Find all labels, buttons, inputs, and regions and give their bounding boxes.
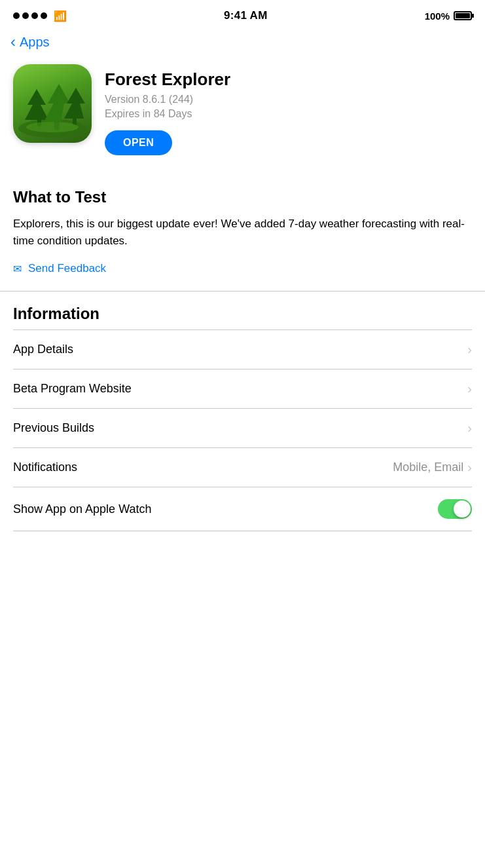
what-to-test-section: What to Test Explorers, this is our bigg… <box>0 175 485 275</box>
app-details-item[interactable]: App Details › <box>13 330 472 369</box>
notifications-chevron-icon: › <box>467 460 472 475</box>
status-time: 9:41 AM <box>224 9 268 22</box>
nav-bar: ‹ Apps <box>0 29 485 58</box>
battery-icon <box>454 11 472 20</box>
beta-program-label: Beta Program Website <box>13 382 132 396</box>
app-version: Version 8.6.1 (244) <box>105 94 472 105</box>
signal-dots <box>13 12 47 19</box>
signal-dot-1 <box>13 12 20 19</box>
app-expires: Expires in 84 Days <box>105 108 472 120</box>
notifications-value: Mobile, Email <box>393 461 463 474</box>
information-section: Information <box>0 292 485 330</box>
previous-builds-item[interactable]: Previous Builds › <box>13 409 472 447</box>
open-button[interactable]: OPEN <box>105 130 172 155</box>
app-icon-container <box>13 64 92 143</box>
divider-apple-watch-bottom <box>13 531 472 531</box>
back-button[interactable]: ‹ Apps <box>10 34 50 50</box>
wifi-icon: 📶 <box>54 10 67 22</box>
signal-dot-3 <box>31 12 38 19</box>
signal-dot-2 <box>22 12 29 19</box>
app-details-label: App Details <box>13 343 73 356</box>
apple-watch-toggle[interactable] <box>438 499 472 519</box>
send-feedback-label: Send Feedback <box>28 262 106 275</box>
email-icon: ✉ <box>13 263 22 275</box>
previous-builds-right: › <box>467 421 472 436</box>
svg-marker-5 <box>64 88 85 119</box>
app-icon <box>13 64 92 143</box>
apple-watch-label: Show App on Apple Watch <box>13 502 151 516</box>
information-title: Information <box>13 305 472 323</box>
status-right: 100% <box>425 10 472 22</box>
status-bar: 📶 9:41 AM 100% <box>0 0 485 29</box>
app-details-right: › <box>467 342 472 357</box>
notifications-right: Mobile, Email › <box>393 460 472 475</box>
signal-dot-4 <box>41 12 47 19</box>
what-to-test-title: What to Test <box>13 188 472 206</box>
what-to-test-body: Explorers, this is our biggest update ev… <box>13 216 472 249</box>
notifications-label: Notifications <box>13 461 77 474</box>
svg-point-7 <box>26 122 79 132</box>
app-info: Forest Explorer Version 8.6.1 (244) Expi… <box>105 64 472 155</box>
notifications-item[interactable]: Notifications Mobile, Email › <box>13 448 472 487</box>
back-chevron-icon: ‹ <box>10 34 16 50</box>
send-feedback-button[interactable]: ✉ Send Feedback <box>13 262 472 275</box>
app-name: Forest Explorer <box>105 69 472 90</box>
beta-program-chevron-icon: › <box>467 381 472 396</box>
toggle-thumb <box>454 500 471 518</box>
previous-builds-chevron-icon: › <box>467 421 472 436</box>
app-details-chevron-icon: › <box>467 342 472 357</box>
beta-program-right: › <box>467 381 472 396</box>
app-header: Forest Explorer Version 8.6.1 (244) Expi… <box>0 58 485 175</box>
beta-program-item[interactable]: Beta Program Website › <box>13 369 472 408</box>
back-label: Apps <box>20 35 50 50</box>
previous-builds-label: Previous Builds <box>13 421 94 435</box>
battery-percentage: 100% <box>425 10 450 22</box>
apple-watch-item[interactable]: Show App on Apple Watch <box>13 487 472 531</box>
status-left: 📶 <box>13 10 67 22</box>
svg-marker-1 <box>25 89 48 120</box>
